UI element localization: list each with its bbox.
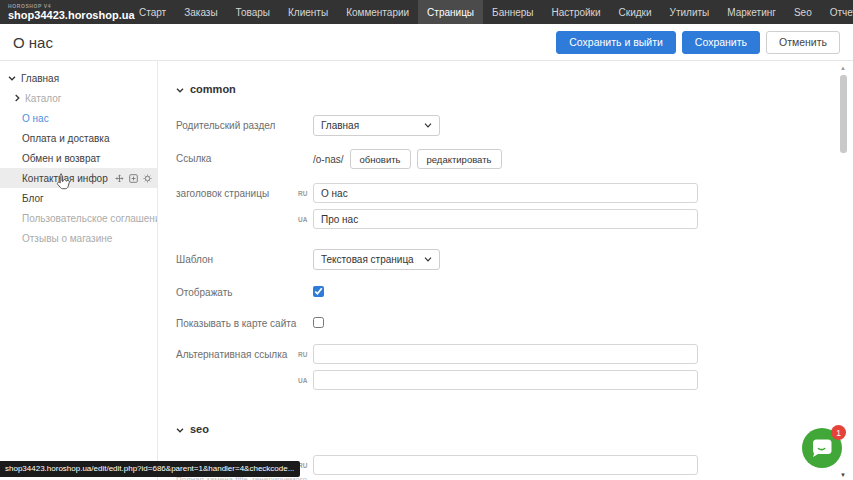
vertical-scrollbar[interactable]: ▲ ▼ [839, 63, 848, 480]
alt-link-ua-input[interactable] [313, 370, 698, 390]
page-title-ua-input[interactable] [313, 209, 698, 229]
chevron-down-icon [176, 83, 184, 95]
nav-item-marketing[interactable]: Маркетинг [718, 0, 785, 24]
sitemap-checkbox[interactable] [313, 317, 324, 328]
sidebar-item-user-agreement[interactable]: Пользовательское соглашение [0, 208, 157, 228]
section-common-header[interactable]: common [176, 83, 853, 95]
parent-section-select[interactable]: Главная [313, 115, 440, 136]
settings-icon[interactable] [143, 174, 152, 183]
save-button[interactable]: Сохранить [682, 31, 760, 54]
field-link: Ссылка /o-nas/ обновить редактировать [176, 148, 853, 169]
tree-label: Блог [22, 193, 44, 204]
nav-item-discounts[interactable]: Скидки [610, 0, 661, 24]
add-icon[interactable] [129, 174, 138, 183]
template-select[interactable]: Текстовая страница [313, 249, 440, 270]
nav-item-banners[interactable]: Баннеры [483, 0, 542, 24]
nav-item-start[interactable]: Старт [130, 0, 175, 24]
scroll-up-arrow[interactable]: ▲ [840, 65, 846, 71]
chat-unread-badge: 1 [831, 425, 846, 440]
chevron-down-icon[interactable] [8, 76, 16, 81]
field-label: заголовок страницы [176, 183, 313, 235]
section-title-text: common [190, 83, 236, 95]
status-bar-url: shop34423.horoshop.ua/edit/edit.php?id=6… [0, 461, 300, 477]
nav-item-clients[interactable]: Клиенты [279, 0, 337, 24]
select-value: Текстовая страница [321, 254, 414, 265]
sidebar-item-store-reviews[interactable]: Отзывы о магазине [0, 228, 157, 248]
tree-label: Отзывы о магазине [22, 233, 112, 244]
field-sitemap: Показывать в карте сайта [176, 313, 853, 329]
sidebar-item-contact-info[interactable]: Контактная инфор [0, 168, 157, 188]
refresh-link-button[interactable]: обновить [350, 149, 411, 169]
main-nav: Старт Заказы Товары Клиенты Комментарии … [130, 0, 853, 24]
field-template: Шаблон Текстовая страница [176, 249, 853, 270]
lang-tag-ua: UA [298, 377, 307, 384]
page-title: О нас [13, 34, 53, 51]
save-and-exit-button[interactable]: Сохранить и выйти [556, 31, 676, 54]
section-seo-header[interactable]: seo [176, 423, 853, 435]
nav-item-products[interactable]: Товары [227, 0, 279, 24]
link-path-value: /o-nas/ [313, 154, 344, 165]
nav-item-settings[interactable]: Настройки [543, 0, 610, 24]
tree-label: Контактная инфор [22, 173, 108, 184]
field-display: Отображать [176, 282, 853, 298]
html-title-ru-input[interactable] [313, 455, 698, 475]
tree-label: Каталог [25, 93, 61, 104]
logo-version: HOROSHOP V4 [8, 4, 126, 9]
nav-item-pages[interactable]: Страницы [418, 0, 483, 24]
nav-item-utilities[interactable]: Утилиты [661, 0, 719, 24]
chevron-down-icon [176, 423, 184, 435]
sidebar-item-blog[interactable]: Блог [0, 188, 157, 208]
nav-item-orders[interactable]: Заказы [175, 0, 226, 24]
display-checkbox[interactable] [313, 286, 324, 297]
app-logo[interactable]: HOROSHOP V4 shop34423.horoshop.ua [8, 4, 126, 21]
section-title-text: seo [190, 423, 209, 435]
tree-label: Оплата и доставка [22, 133, 109, 144]
topbar: HOROSHOP V4 shop34423.horoshop.ua Старт … [0, 0, 853, 24]
scrollbar-thumb[interactable] [840, 75, 847, 153]
select-value: Главная [321, 120, 359, 131]
tree-label: Пользовательское соглашение [22, 213, 166, 224]
cancel-button[interactable]: Отменить [766, 31, 840, 54]
nav-item-seo[interactable]: Seo [785, 0, 821, 24]
field-page-title: заголовок страницы RU UA [176, 183, 853, 235]
tree-label: Главная [21, 73, 59, 84]
sidebar-item-about[interactable]: О нас [0, 108, 157, 128]
move-icon[interactable] [115, 174, 124, 183]
chat-widget-button[interactable]: 1 [802, 428, 842, 468]
page-header: О нас Сохранить и выйти Сохранить Отмени… [0, 24, 853, 61]
tree-label: Обмен и возврат [22, 153, 100, 164]
sidebar-item-catalog[interactable]: Каталог [0, 88, 157, 108]
pages-tree-sidebar: Главная Каталог О нас Оплата и доставка … [0, 61, 157, 480]
chevron-down-icon [424, 123, 432, 128]
sidebar-item-payment-delivery[interactable]: Оплата и доставка [0, 128, 157, 148]
nav-item-reports[interactable]: Отчеты [821, 0, 853, 24]
lang-tag-ru: RU [298, 190, 307, 197]
field-label: Показывать в карте сайта [176, 313, 313, 329]
page-edit-form: common Родительский раздел Главная Ссылк… [157, 61, 853, 480]
nav-item-comments[interactable]: Комментарии [337, 0, 418, 24]
lang-tag-ua: UA [298, 216, 307, 223]
field-alt-link: Альтернативная ссылка RU UA [176, 344, 853, 396]
content-area: Главная Каталог О нас Оплата и доставка … [0, 61, 853, 480]
field-label: Ссылка [176, 148, 313, 169]
lang-tag-ru: RU [298, 351, 307, 358]
field-label: Родительский раздел [176, 115, 313, 136]
sidebar-item-exchange-return[interactable]: Обмен и возврат [0, 148, 157, 168]
field-parent-section: Родительский раздел Главная [176, 115, 853, 136]
sidebar-item-main[interactable]: Главная [0, 68, 157, 88]
logo-domain: shop34423.horoshop.ua [8, 10, 126, 21]
alt-link-ru-input[interactable] [313, 344, 698, 364]
scroll-down-arrow[interactable]: ▼ [840, 472, 846, 478]
page-title-ru-input[interactable] [313, 183, 698, 203]
chevron-right-icon[interactable] [15, 94, 20, 102]
field-label: Альтернативная ссылка [176, 344, 313, 396]
tree-label: О нас [22, 113, 49, 124]
field-label: Отображать [176, 282, 313, 298]
chevron-down-icon [424, 257, 432, 262]
field-label: Шаблон [176, 249, 313, 270]
edit-link-button[interactable]: редактировать [417, 149, 502, 169]
